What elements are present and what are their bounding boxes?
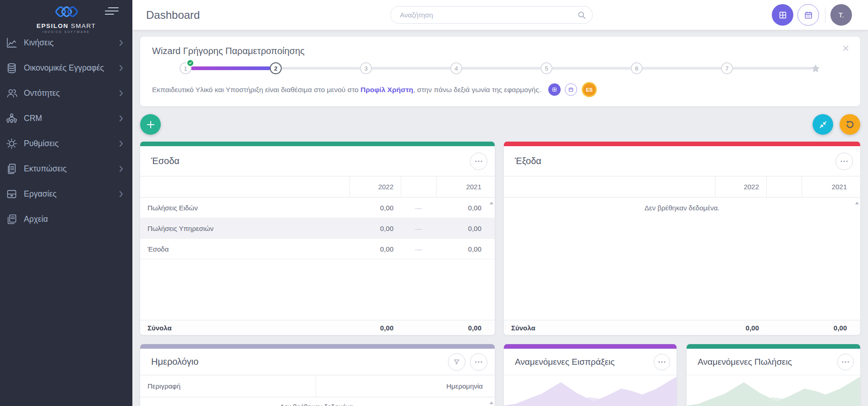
card-accent-bar	[504, 344, 677, 349]
gear-icon	[5, 137, 18, 150]
collapse-icon	[818, 120, 828, 130]
table-row[interactable]: Έσοδα 0,00 — 0,00	[140, 239, 495, 259]
sidebar-item-crm[interactable]: CRM	[0, 106, 132, 131]
wizard-step-7[interactable]: 7	[721, 62, 733, 74]
coins-icon	[5, 62, 18, 74]
scroll-up-arrow[interactable]	[855, 200, 859, 204]
sidebar-toggle-icon[interactable]	[105, 7, 119, 15]
sidebar-item-ektyposeis[interactable]: Εκτυπώσεις	[0, 156, 132, 181]
apps-grid-button[interactable]	[772, 4, 793, 26]
search-bar	[390, 6, 593, 24]
table-header: 2022 2021	[504, 176, 860, 198]
table-body: Δεν βρέθηκαν δεδομένα.	[504, 198, 860, 320]
wizard-step-3[interactable]: 3	[360, 62, 372, 74]
page-title: Dashboard	[146, 9, 200, 22]
wizard-step-6[interactable]: 6	[631, 62, 643, 74]
card-title: Έσοδα	[151, 156, 470, 166]
card-accent-bar	[687, 344, 860, 349]
wizard-step-5[interactable]: 5	[540, 62, 552, 74]
top-header: Dashboard T.	[132, 0, 868, 30]
calendar-button[interactable]	[797, 4, 819, 26]
sidebar-item-ergasies[interactable]: Εργασίες	[0, 181, 132, 207]
drawer-icon	[5, 188, 18, 200]
filter-button[interactable]	[448, 353, 465, 371]
card-menu-button[interactable]	[835, 153, 853, 170]
search-input[interactable]	[391, 6, 592, 23]
progress-bar	[281, 67, 361, 70]
table-body: Πωλήσεις Ειδών 0,00 — 0,00 Πωλήσεις Υπηρ…	[140, 198, 495, 320]
refresh-button[interactable]	[840, 114, 860, 135]
totals-row: Σύνολα 0,00 0,00	[140, 320, 495, 335]
column-header-description: Περιγραφή	[140, 375, 316, 397]
expected-receipts-card: Αναμενόμενες Εισπράξεις	[504, 344, 677, 406]
table-body: Δεν βρέθηκαν δεδομένα.	[140, 397, 495, 406]
header-actions: T.	[772, 4, 852, 26]
card-accent-bar	[140, 344, 495, 349]
ellipsis-icon	[840, 160, 848, 163]
progress-bar	[732, 67, 812, 70]
column-header-2022: 2022	[349, 176, 401, 197]
calendar-card: Ημερολόγιο Περιγραφή Ημερομηνία Δεν βρέθ…	[140, 344, 495, 406]
area-chart-svg	[504, 375, 677, 406]
epsilon-smart-logo[interactable]: EPSILON SMART INVOICE SOFTWARE	[0, 0, 132, 33]
search-icon[interactable]	[577, 10, 587, 20]
income-card: Έσοδα 2022 2021 Πωλήσεις Ειδών 0,00 — 0,…	[140, 142, 495, 335]
column-header-2021: 2021	[436, 176, 489, 197]
progress-bar	[642, 67, 722, 70]
table-row[interactable]: Πωλήσεις Υπηρεσιών 0,00 — 0,00	[140, 218, 495, 239]
column-header-2021: 2021	[802, 176, 854, 197]
area-chart-svg	[687, 375, 860, 406]
totals-row: Σύνολα 0,00 0,00	[504, 320, 860, 335]
ellipsis-icon	[841, 361, 850, 363]
calendar-icon	[803, 10, 813, 20]
card-menu-button[interactable]	[654, 354, 670, 370]
wizard-stepper: 1 2 3 4 5 6 7	[140, 61, 860, 75]
table-row[interactable]: Πωλήσεις Ειδών 0,00 — 0,00	[140, 198, 495, 218]
wizard-final-step[interactable]	[810, 63, 821, 74]
chevron-right-icon	[119, 90, 123, 97]
document-icon	[5, 163, 18, 175]
wizard-title: Wizard Γρήγορης Παραμετροποίησης	[140, 37, 860, 56]
sidebar-item-arxeia[interactable]: Αρχεία	[0, 207, 132, 232]
main-content: Wizard Γρήγορης Παραμετροποίησης × 1 2 3…	[132, 30, 868, 406]
card-accent-bar	[504, 142, 860, 146]
user-avatar[interactable]: T.	[830, 4, 852, 26]
grid-icon	[778, 10, 788, 20]
network-icon	[5, 112, 18, 125]
chevron-right-icon	[119, 191, 123, 198]
profile-link[interactable]: Προφίλ Χρήστη	[360, 86, 413, 94]
scroll-up-arrow[interactable]	[490, 400, 493, 404]
sidebar-item-kiniseis[interactable]: Κινήσεις	[0, 30, 132, 55]
receipts-area-chart	[504, 375, 677, 406]
sidebar-item-ontotites[interactable]: Οντότητες	[0, 81, 132, 106]
wizard-step-4[interactable]: 4	[450, 62, 462, 74]
apps-grid-mini-icon	[548, 83, 561, 96]
collapse-all-button[interactable]	[813, 114, 833, 135]
logo-knot-icon	[50, 4, 82, 20]
cards-row-1: Έσοδα 2022 2021 Πωλήσεις Ειδών 0,00 — 0,…	[140, 142, 860, 335]
scroll-up-arrow[interactable]	[490, 200, 493, 204]
wizard-card: Wizard Γρήγορης Παραμετροποίησης × 1 2 3…	[140, 37, 860, 106]
people-icon	[5, 87, 18, 99]
wizard-step-2[interactable]: 2	[270, 62, 282, 74]
card-menu-button[interactable]	[470, 153, 487, 170]
chevron-right-icon	[119, 165, 123, 172]
empty-state-text: Δεν βρέθηκαν δεδομένα.	[504, 198, 860, 212]
close-icon[interactable]: ×	[842, 42, 849, 54]
refresh-icon	[845, 119, 856, 130]
sidebar-item-rythmiseis[interactable]: Ρυθμίσεις	[0, 131, 132, 156]
card-title: Ημερολόγιο	[151, 357, 448, 367]
add-widget-button[interactable]	[140, 114, 161, 135]
card-menu-button[interactable]	[470, 353, 487, 371]
wizard-step-1[interactable]: 1	[180, 62, 191, 74]
ellipsis-icon	[658, 361, 666, 363]
progress-bar	[461, 67, 541, 70]
card-menu-button[interactable]	[837, 354, 854, 370]
progress-bar	[371, 67, 451, 70]
wizard-note: Εκπαιδευτικό Υλικό και Υποστήριξη είναι …	[152, 83, 860, 96]
progress-bar	[551, 67, 632, 70]
sidebar-item-oikonomikes-eggrafes[interactable]: Οικονομικές Εγγραφές	[0, 55, 132, 81]
calendar-mini-icon	[565, 83, 577, 96]
folder-icon	[5, 213, 18, 225]
chevron-right-icon	[119, 65, 123, 71]
